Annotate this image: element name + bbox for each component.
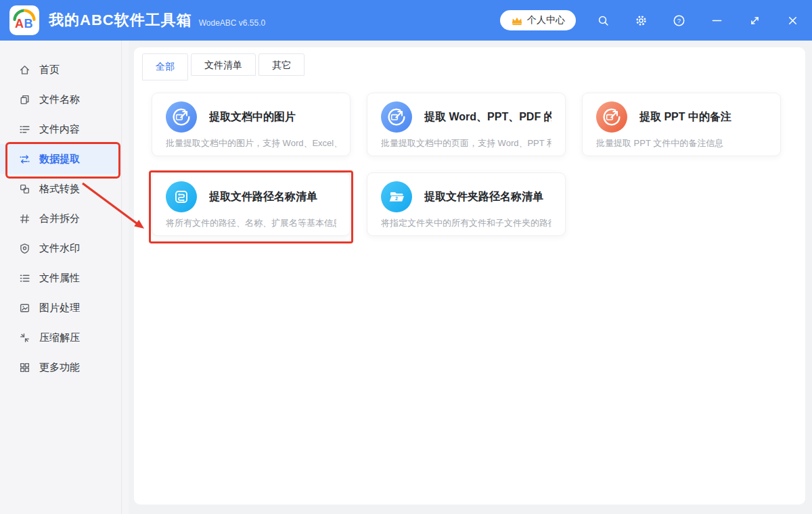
app-window: A B 我的ABC软件工具箱 WodeABC v6.55.0 个人中心 ? [0,0,812,514]
extract-doc-pages-icon [381,101,412,133]
file-props-icon [19,273,30,284]
sidebar-item[interactable]: 文件水印 [0,233,121,263]
minimize-icon[interactable] [708,12,725,28]
sidebar-item[interactable]: 数据提取 [0,144,121,174]
file-content-icon [19,124,30,135]
sidebar-item-label: 更多功能 [39,361,80,374]
app-logo-icon: A B [9,5,39,35]
svg-text:A: A [15,17,24,30]
app-title: 我的ABC软件工具箱 [49,10,192,30]
sidebar-item[interactable]: 合并拆分 [0,204,121,233]
tool-card[interactable]: 提取文件路径名称清单 将所有文件的路径、名称、扩展名等基本信息统一汇 [152,172,351,236]
search-icon[interactable] [595,12,611,28]
sidebar-item-label: 文件水印 [39,242,80,255]
sidebar-item[interactable]: 文件名称 [0,85,121,114]
data-extract-icon [19,154,30,165]
format-convert-icon [19,183,30,195]
tool-card-title: 提取文档中的图片 [209,110,296,124]
window-controls: ? [595,12,800,28]
sidebar-item-label: 合并拆分 [39,212,80,225]
tab[interactable]: 文件清单 [191,53,256,76]
extract-file-path-list-icon [166,181,197,212]
crown-icon [511,16,523,26]
sidebar-item-label: 压缩解压 [39,331,80,344]
watermark-icon [19,243,30,254]
maximize-icon[interactable] [746,12,763,28]
extract-ppt-notes-icon [596,101,627,133]
user-center-label: 个人中心 [527,14,565,26]
sidebar-item[interactable]: 格式转换 [0,174,121,204]
tab-label: 其它 [272,60,291,70]
tab[interactable]: 全部 [142,53,188,80]
tool-card[interactable]: 提取 PPT 中的备注 批量提取 PPT 文件中的备注信息 [582,93,781,156]
tool-card-description: 批量提取 PPT 文件中的备注信息 [596,137,767,149]
tool-card-description: 批量提取文档中的页面，支持 Word、PPT 和 PDF 文 [381,137,551,149]
tool-card[interactable]: 提取 Word、PPT、PDF 的页 批量提取文档中的页面，支持 Word、PP… [367,93,566,156]
content-panel: 全部 文件清单 其它 提取文档中的图 [134,47,805,505]
tool-card-title: 提取文件夹路径名称清单 [424,190,543,204]
extract-folder-path-list-icon [381,181,412,212]
sidebar-item[interactable]: 文件内容 [0,114,121,144]
sidebar-item-label: 数据提取 [39,153,80,166]
sidebar-item[interactable]: 图片处理 [0,293,121,323]
sidebar-item-label: 首页 [39,64,60,76]
main-area: 全部 文件清单 其它 提取文档中的图 [129,41,812,514]
merge-split-icon [19,213,30,225]
svg-text:?: ? [677,16,680,24]
sidebar-item-label: 文件内容 [39,123,80,136]
sidebar-item-label: 文件属性 [39,272,80,285]
tool-card-title: 提取 Word、PPT、PDF 的页 [424,110,551,124]
tool-card-grid: 提取文档中的图片 批量提取文档中的图片，支持 Word、Excel、PPT 和 … [134,80,805,236]
tab-bar: 全部 文件清单 其它 [134,47,805,80]
tool-card[interactable]: 提取文件夹路径名称清单 将指定文件夹中的所有文件和子文件夹的路径、名称 [367,172,566,236]
close-icon[interactable] [784,12,800,28]
tool-card-description: 将所有文件的路径、名称、扩展名等基本信息统一汇 [166,217,336,229]
sidebar-item[interactable]: 压缩解压 [0,323,121,352]
sidebar-item-label: 文件名称 [39,93,80,106]
help-icon[interactable]: ? [671,12,687,28]
sidebar-item[interactable]: 文件属性 [0,263,121,293]
compress-icon [19,332,30,344]
tool-card-description: 将指定文件夹中的所有文件和子文件夹的路径、名称 [381,217,551,229]
tab-label: 文件清单 [204,60,242,70]
tool-card-title: 提取文件路径名称清单 [209,190,317,204]
version-label: WodeABC v6.55.0 [199,18,266,28]
sidebar-nav: 首页 文件名称 文件内容 数据提取 格式转换 [0,41,129,514]
tab-label: 全部 [156,61,175,72]
tool-card-description: 批量提取文档中的图片，支持 Word、Excel、PPT 和 [166,137,336,149]
image-process-icon [19,302,30,314]
tab[interactable]: 其它 [258,53,304,76]
svg-text:B: B [24,17,33,30]
home-icon [19,64,30,76]
sidebar-item-label: 格式转换 [39,183,80,195]
file-name-icon [19,94,30,106]
sidebar-item[interactable]: 首页 [0,55,121,85]
tool-card-title: 提取 PPT 中的备注 [639,110,731,124]
user-center-button[interactable]: 个人中心 [500,10,576,30]
tool-card[interactable]: 提取文档中的图片 批量提取文档中的图片，支持 Word、Excel、PPT 和 [152,93,351,156]
app-header: A B 我的ABC软件工具箱 WodeABC v6.55.0 个人中心 ? [0,0,812,41]
extract-doc-images-icon [166,101,197,133]
sidebar-item[interactable]: 更多功能 [0,352,121,382]
sidebar-item-label: 图片处理 [39,302,80,314]
settings-icon[interactable] [633,12,649,28]
more-features-icon [19,362,30,373]
